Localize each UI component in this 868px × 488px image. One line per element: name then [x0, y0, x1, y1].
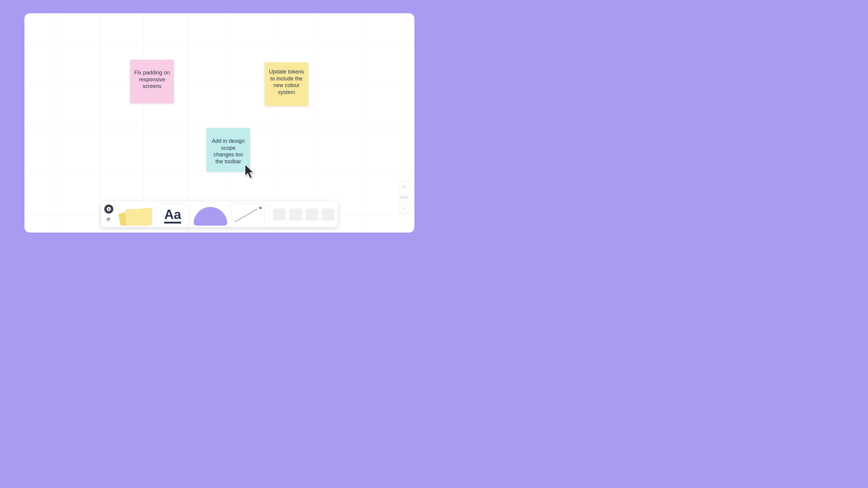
- whiteboard-canvas[interactable]: Fix padding on responsive screens Update…: [24, 13, 414, 233]
- toolbar-mode-group: [104, 204, 115, 224]
- toolbar-extra-tool[interactable]: [306, 208, 318, 221]
- zoom-control: + 100% −: [399, 181, 410, 214]
- shape-tool[interactable]: [193, 203, 227, 226]
- line-tool-icon: [231, 204, 265, 225]
- minus-icon: −: [403, 205, 406, 212]
- circle-shape-icon: [193, 207, 227, 226]
- toolbar-extra-tools: [273, 208, 335, 221]
- hand-mode-button[interactable]: [104, 216, 113, 224]
- line-tool[interactable]: [231, 203, 265, 226]
- text-tool[interactable]: Aa: [156, 203, 190, 226]
- sticky-note-text: Update tokens to include the new colour …: [268, 68, 305, 96]
- canvas-grid: [24, 13, 414, 233]
- sticky-note-cyan[interactable]: Add in design scope changes too the tool…: [207, 128, 250, 172]
- zoom-out-button[interactable]: −: [399, 203, 409, 214]
- sticky-note-tool[interactable]: [118, 203, 152, 226]
- sticky-note-text: Fix padding on responsive screens: [134, 69, 170, 90]
- text-tool-icon: Aa: [164, 208, 181, 224]
- toolbar-extra-tool[interactable]: [273, 208, 286, 221]
- toolbar-extra-tool[interactable]: [322, 208, 335, 221]
- zoom-level-text: 100%: [400, 196, 408, 199]
- sticky-stack-icon: [121, 207, 150, 226]
- zoom-in-button[interactable]: +: [399, 182, 409, 192]
- plus-icon: +: [403, 184, 406, 190]
- sticky-note-yellow[interactable]: Update tokens to include the new colour …: [265, 62, 308, 106]
- hand-icon: [106, 217, 112, 223]
- toolbar: Aa: [101, 201, 338, 227]
- toolbar-divider: [269, 207, 269, 222]
- sticky-note-text: Add in design scope changes too the tool…: [210, 138, 247, 165]
- play-icon: [107, 207, 111, 211]
- play-mode-button[interactable]: [104, 204, 113, 214]
- toolbar-extra-tool[interactable]: [289, 208, 302, 221]
- sticky-note-pink[interactable]: Fix padding on responsive screens: [130, 60, 174, 103]
- zoom-level-display[interactable]: 100%: [399, 192, 409, 203]
